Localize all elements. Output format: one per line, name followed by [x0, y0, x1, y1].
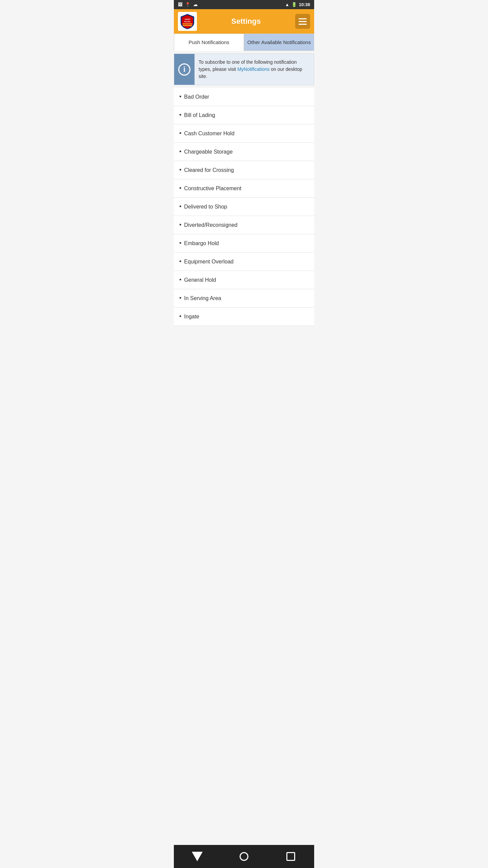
status-bar: 🖼 📍 ☁ ▲ 🔋 10:38	[174, 0, 314, 9]
svg-rect-3	[183, 25, 192, 26]
cloud-icon: ☁	[193, 2, 198, 7]
tab-bar: Push Notifications Other Available Notif…	[174, 34, 314, 51]
status-bar-left: 🖼 📍 ☁	[178, 2, 198, 7]
info-circle-icon: i	[178, 63, 190, 76]
status-bar-right: ▲ 🔋 10:38	[285, 2, 310, 7]
list-item-label: Equipment Overload	[184, 259, 233, 265]
list-item[interactable]: • Chargeable Storage	[174, 143, 314, 161]
list-item[interactable]: • Bill of Lading	[174, 106, 314, 124]
list-item-label: Ingate	[184, 314, 199, 320]
info-box: i To subscribe to one of the following n…	[174, 54, 314, 85]
app-logo: UNION PACIFIC	[178, 12, 197, 31]
bullet-icon: •	[179, 276, 181, 283]
list-item-label: Bad Order	[184, 94, 209, 100]
list-item[interactable]: • General Hold	[174, 271, 314, 289]
bullet-icon: •	[179, 240, 181, 247]
bullet-icon: •	[179, 166, 181, 174]
bullet-icon: •	[179, 203, 181, 210]
list-item-label: General Hold	[184, 277, 216, 283]
menu-icon	[299, 24, 307, 25]
svg-text:PACIFIC: PACIFIC	[184, 21, 191, 23]
wifi-icon: ▲	[285, 2, 289, 7]
list-item[interactable]: • Diverted/Reconsigned	[174, 216, 314, 234]
list-item[interactable]: • Cash Customer Hold	[174, 124, 314, 143]
my-notifications-link[interactable]: MyNotifications	[237, 66, 269, 72]
menu-icon	[299, 18, 307, 19]
menu-icon	[299, 21, 307, 22]
list-item-label: Chargeable Storage	[184, 149, 232, 155]
union-pacific-logo-icon: UNION PACIFIC	[179, 13, 196, 29]
list-item-label: Constructive Placement	[184, 185, 241, 192]
content-area: i To subscribe to one of the following n…	[174, 54, 314, 326]
notification-list: • Bad Order • Bill of Lading • Cash Cust…	[174, 88, 314, 326]
tab-other-notifications[interactable]: Other Available Notifications	[244, 34, 314, 51]
info-icon-container: i	[174, 54, 195, 85]
bullet-icon: •	[179, 130, 181, 137]
list-item[interactable]: • Constructive Placement	[174, 179, 314, 198]
list-item[interactable]: • Equipment Overload	[174, 253, 314, 271]
info-text: To subscribe to one of the following not…	[195, 54, 314, 85]
menu-button[interactable]	[295, 14, 310, 29]
list-item[interactable]: • Embargo Hold	[174, 234, 314, 253]
list-item-label: Delivered to Shop	[184, 204, 227, 210]
list-item[interactable]: • Ingate	[174, 308, 314, 326]
bullet-icon: •	[179, 112, 181, 119]
bullet-icon: •	[179, 313, 181, 320]
svg-rect-2	[183, 23, 192, 24]
page-title: Settings	[197, 17, 295, 26]
list-item-label: Embargo Hold	[184, 240, 219, 246]
bullet-icon: •	[179, 185, 181, 192]
list-item[interactable]: • In Serving Area	[174, 289, 314, 308]
bullet-icon: •	[179, 295, 181, 302]
clock: 10:38	[299, 2, 310, 7]
bullet-icon: •	[179, 93, 181, 100]
list-item[interactable]: • Cleared for Crossing	[174, 161, 314, 179]
list-item-label: Cash Customer Hold	[184, 131, 235, 137]
list-item-label: Cleared for Crossing	[184, 167, 234, 173]
list-item[interactable]: • Bad Order	[174, 88, 314, 106]
location-icon: 📍	[185, 2, 190, 7]
bullet-icon: •	[179, 258, 181, 265]
list-item-delivered-to-shop[interactable]: • Delivered to Shop	[174, 198, 314, 216]
list-item-label: Diverted/Reconsigned	[184, 222, 237, 228]
list-item-label: Bill of Lading	[184, 112, 215, 118]
bullet-icon: •	[179, 148, 181, 155]
tab-push-notifications[interactable]: Push Notifications	[174, 34, 244, 51]
battery-icon: 🔋	[291, 2, 297, 7]
app-header: UNION PACIFIC Settings	[174, 9, 314, 34]
svg-text:UNION: UNION	[185, 18, 190, 20]
bullet-icon: •	[179, 221, 181, 229]
list-item-label: In Serving Area	[184, 295, 221, 301]
gallery-icon: 🖼	[178, 2, 182, 7]
